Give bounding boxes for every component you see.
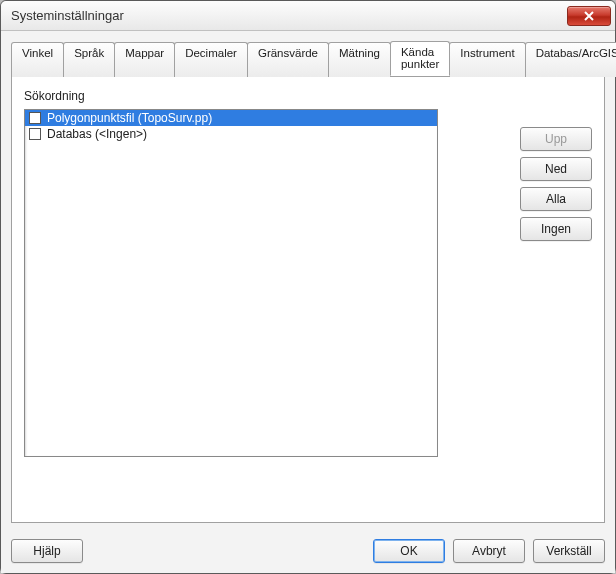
window-title: Systeminställningar xyxy=(11,8,124,23)
content-area: VinkelSpråkMapparDecimalerGränsvärdeMätn… xyxy=(1,31,615,531)
tab-panel-kanda-punkter: Sökordning Polygonpunktsfil (TopoSurv.pp… xyxy=(11,76,605,523)
tab-databas-arcgis[interactable]: Databas/ArcGIS xyxy=(525,42,616,77)
ok-button[interactable]: OK xyxy=(373,539,445,563)
tab-mappar[interactable]: Mappar xyxy=(114,42,175,77)
dialog-window: Systeminställningar VinkelSpråkMapparDec… xyxy=(0,0,616,574)
checkbox-icon[interactable] xyxy=(29,112,41,124)
checkbox-icon[interactable] xyxy=(29,128,41,140)
tabstrip: VinkelSpråkMapparDecimalerGränsvärdeMätn… xyxy=(11,41,605,76)
list-item-label: Databas (<Ingen>) xyxy=(47,127,147,141)
bottom-button-bar: Hjälp OK Avbryt Verkställ xyxy=(1,531,615,573)
apply-button[interactable]: Verkställ xyxy=(533,539,605,563)
cancel-button[interactable]: Avbryt xyxy=(453,539,525,563)
sokordning-listbox[interactable]: Polygonpunktsfil (TopoSurv.pp)Databas (<… xyxy=(24,109,438,457)
tab-spr-k[interactable]: Språk xyxy=(63,42,115,77)
close-button[interactable] xyxy=(567,6,611,26)
tab-vinkel[interactable]: Vinkel xyxy=(11,42,64,77)
up-button[interactable]: Upp xyxy=(520,127,592,151)
list-item-label: Polygonpunktsfil (TopoSurv.pp) xyxy=(47,111,212,125)
titlebar: Systeminställningar xyxy=(1,1,615,31)
help-button[interactable]: Hjälp xyxy=(11,539,83,563)
tab-instrument[interactable]: Instrument xyxy=(449,42,525,77)
down-button[interactable]: Ned xyxy=(520,157,592,181)
section-label-sokordning: Sökordning xyxy=(24,89,592,103)
tab-k-nda-punkter[interactable]: Kända punkter xyxy=(390,41,450,76)
tab-gr-nsv-rde[interactable]: Gränsvärde xyxy=(247,42,329,77)
side-button-group: Upp Ned Alla Ingen xyxy=(500,109,592,457)
all-button[interactable]: Alla xyxy=(520,187,592,211)
tab-m-tning[interactable]: Mätning xyxy=(328,42,391,77)
list-item[interactable]: Polygonpunktsfil (TopoSurv.pp) xyxy=(25,110,437,126)
close-icon xyxy=(584,11,594,21)
tab-decimaler[interactable]: Decimaler xyxy=(174,42,248,77)
list-item[interactable]: Databas (<Ingen>) xyxy=(25,126,437,142)
none-button[interactable]: Ingen xyxy=(520,217,592,241)
